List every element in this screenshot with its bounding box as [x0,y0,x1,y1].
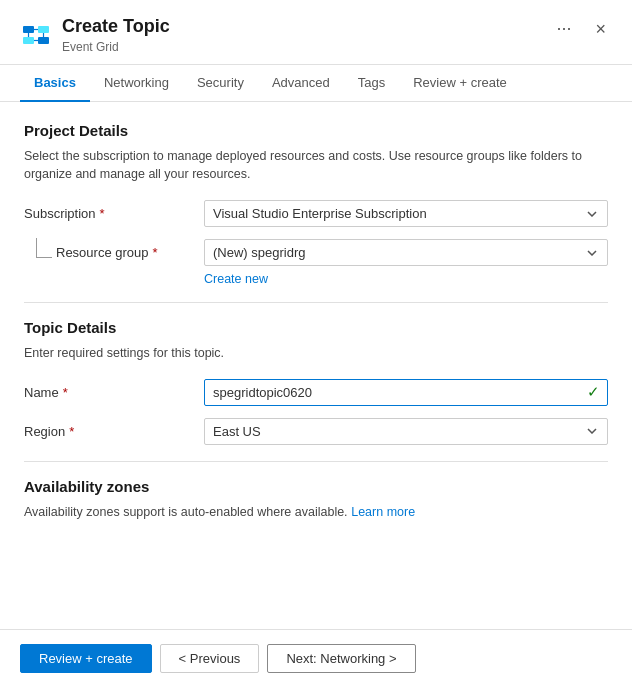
svg-rect-0 [20,19,52,51]
name-row: Name * ✓ [24,379,608,406]
resource-group-control: (New) spegridrg [204,239,608,266]
tab-bar: Basics Networking Security Advanced Tags… [0,65,632,102]
learn-more-link[interactable]: Learn more [351,505,415,519]
project-details-section: Project Details Select the subscription … [24,122,608,287]
next-button[interactable]: Next: Networking > [267,644,415,673]
svg-rect-1 [23,26,34,33]
subscription-control: Visual Studio Enterprise Subscription [204,200,608,227]
tab-networking[interactable]: Networking [90,65,183,102]
tab-review-create[interactable]: Review + create [399,65,521,102]
topic-details-title: Topic Details [24,319,608,336]
previous-button[interactable]: < Previous [160,644,260,673]
name-control: ✓ [204,379,608,406]
svg-rect-2 [23,37,34,44]
header-left: Create Topic Event Grid [20,16,170,54]
project-details-title: Project Details [24,122,608,139]
modal-body: Project Details Select the subscription … [0,102,632,629]
title-block: Create Topic Event Grid [62,16,170,54]
resource-group-required: * [153,245,158,260]
indent-line [36,238,52,258]
subscription-select[interactable]: Visual Studio Enterprise Subscription [204,200,608,227]
resource-group-label: Resource group * [56,245,158,260]
resource-indent: Resource group * [24,245,204,260]
header-actions: ··· × [550,16,612,41]
create-new-link[interactable]: Create new [204,272,268,286]
close-button[interactable]: × [589,18,612,40]
topic-details-section: Topic Details Enter required settings fo… [24,319,608,445]
subscription-row: Subscription * Visual Studio Enterprise … [24,200,608,227]
availability-desc: Availability zones support is auto-enabl… [24,505,348,519]
project-details-desc: Select the subscription to manage deploy… [24,147,608,185]
availability-zones-section: Availability zones Availability zones su… [24,478,608,522]
resource-group-row: Resource group * (New) spegridrg [24,239,608,266]
modal-footer: Review + create < Previous Next: Network… [0,629,632,687]
name-input[interactable] [204,379,608,406]
review-create-button[interactable]: Review + create [20,644,152,673]
topic-details-desc: Enter required settings for this topic. [24,344,608,363]
create-topic-modal: Create Topic Event Grid ··· × Basics Net… [0,0,632,687]
event-grid-icon [20,19,52,51]
resource-group-select[interactable]: (New) spegridrg [204,239,608,266]
divider-1 [24,302,608,303]
tab-advanced[interactable]: Advanced [258,65,344,102]
divider-2 [24,461,608,462]
availability-zones-body: Availability zones support is auto-enabl… [24,503,608,522]
subscription-label: Subscription * [24,206,204,221]
tab-tags[interactable]: Tags [344,65,399,102]
header-ellipsis-button[interactable]: ··· [550,16,577,41]
region-control: East US [204,418,608,445]
checkmark-icon: ✓ [587,383,600,401]
region-label: Region * [24,424,204,439]
region-required: * [69,424,74,439]
region-select[interactable]: East US [204,418,608,445]
subscription-required: * [100,206,105,221]
availability-zones-title: Availability zones [24,478,608,495]
name-label: Name * [24,385,204,400]
tab-basics[interactable]: Basics [20,65,90,102]
svg-rect-3 [38,26,49,33]
region-row: Region * East US [24,418,608,445]
modal-header: Create Topic Event Grid ··· × [0,0,632,65]
name-required: * [63,385,68,400]
tab-security[interactable]: Security [183,65,258,102]
modal-title: Create Topic [62,16,170,38]
svg-rect-4 [38,37,49,44]
modal-subtitle: Event Grid [62,40,170,54]
